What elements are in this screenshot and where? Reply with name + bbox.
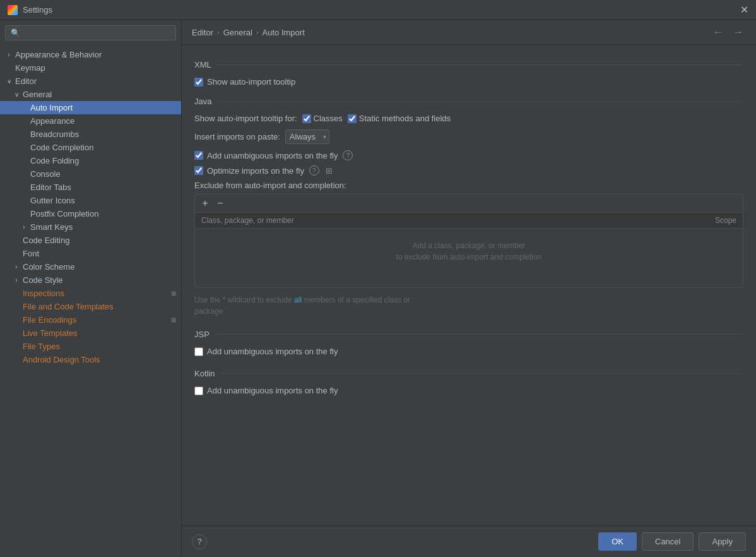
sidebar-item-file-types[interactable]: File Types — [0, 340, 181, 353]
sidebar-item-label: File Encodings — [23, 315, 171, 325]
sidebar-item-label: Smart Keys — [30, 222, 176, 232]
breadcrumb-editor[interactable]: Editor — [192, 28, 213, 37]
kotlin-section-header: Kotlin — [194, 369, 743, 378]
breadcrumb-bar: Editor › General › Auto Import ← → — [182, 20, 756, 45]
table-toolbar: + − — [194, 194, 743, 212]
sidebar-item-appearance[interactable]: Appearance — [0, 114, 181, 128]
xml-show-tooltip-label[interactable]: Show auto-import tooltip — [194, 77, 295, 87]
sidebar-item-code-folding[interactable]: Code Folding — [0, 154, 181, 167]
table-empty-line1: Add a class, package, or member — [413, 241, 526, 250]
java-classes-label[interactable]: Classes — [302, 114, 343, 123]
search-input[interactable] — [5, 25, 176, 40]
java-section-title: Java — [194, 97, 211, 106]
xml-section-header: XML — [194, 60, 743, 69]
add-unambiguous-label[interactable]: Add unambiguous imports on the fly — [194, 151, 338, 160]
optimize-imports-settings-icon[interactable]: ⊞ — [324, 165, 334, 176]
sidebar-item-gutter-icons[interactable]: Gutter Icons — [0, 194, 181, 207]
sidebar-item-label: General — [23, 90, 176, 99]
insert-imports-dropdown[interactable]: Always Ask Never — [285, 129, 329, 144]
sidebar-item-file-encodings[interactable]: File Encodings ⊞ — [0, 313, 181, 326]
cancel-button[interactable]: Cancel — [642, 532, 694, 551]
sidebar-item-label: Appearance — [30, 116, 176, 126]
sidebar-item-file-code-templates[interactable]: File and Code Templates — [0, 300, 181, 313]
table-add-button[interactable]: + — [199, 197, 211, 210]
optimize-imports-checkbox[interactable] — [194, 166, 203, 175]
sidebar-item-editor-tabs[interactable]: Editor Tabs — [0, 181, 181, 194]
sidebar-item-code-editing[interactable]: Code Editing — [0, 234, 181, 247]
insert-imports-label: Insert imports on paste: — [194, 132, 280, 141]
nav-back-button[interactable]: ← — [711, 25, 726, 39]
java-static-label[interactable]: Static methods and fields — [348, 114, 451, 123]
xml-section-title: XML — [194, 60, 211, 69]
optimize-imports-help-icon[interactable]: ? — [309, 165, 319, 176]
help-button[interactable]: ? — [192, 534, 207, 549]
sidebar-item-console[interactable]: Console — [0, 167, 181, 181]
nav-forward-button[interactable]: → — [731, 25, 746, 39]
sidebar-item-code-completion[interactable]: Code Completion — [0, 141, 181, 154]
apply-button[interactable]: Apply — [699, 532, 746, 551]
sidebar-item-code-style[interactable]: › Code Style — [0, 273, 181, 287]
hint-text: Use the * wildcard to exclude all member… — [194, 294, 743, 317]
table-col-class: Class, package, or member — [195, 213, 680, 228]
sidebar-item-general[interactable]: ∨ General — [0, 88, 181, 101]
sidebar-item-smart-keys[interactable]: › Smart Keys — [0, 220, 181, 234]
sidebar-item-color-scheme[interactable]: › Color Scheme — [0, 260, 181, 273]
breadcrumb-auto-import[interactable]: Auto Import — [263, 28, 305, 37]
breadcrumb-general[interactable]: General — [223, 28, 252, 37]
xml-show-tooltip-row: Show auto-import tooltip — [194, 77, 743, 87]
sidebar-item-label: Console — [30, 169, 176, 179]
optimize-imports-label[interactable]: Optimize imports on the fly — [194, 166, 304, 176]
sidebar-item-inspections[interactable]: Inspections ⊞ — [0, 287, 181, 300]
jsp-add-unambiguous-label[interactable]: Add unambiguous imports on the fly — [194, 347, 338, 356]
sidebar-item-label: Android Design Tools — [23, 355, 176, 364]
java-classes-checkbox[interactable] — [302, 114, 311, 123]
sidebar-item-auto-import[interactable]: Auto Import — [0, 101, 181, 114]
section-divider — [215, 334, 743, 335]
xml-show-tooltip-checkbox[interactable] — [194, 78, 203, 87]
kotlin-add-unambiguous-row: Add unambiguous imports on the fly — [194, 386, 743, 395]
sidebar-item-label: Postfix Completion — [30, 209, 176, 219]
table-empty-line2: to exclude from auto-import and completi… — [396, 253, 542, 261]
bottom-bar: ? OK Cancel Apply — [182, 525, 756, 557]
expand-arrow: ∨ — [13, 91, 20, 99]
exclude-table: Class, package, or member Scope Add a cl… — [194, 212, 743, 288]
kotlin-add-unambiguous-checkbox[interactable] — [194, 386, 203, 395]
expand-arrow — [20, 157, 28, 165]
kotlin-add-unambiguous-label[interactable]: Add unambiguous imports on the fly — [194, 386, 338, 395]
sidebar-item-font[interactable]: Font — [0, 247, 181, 260]
jsp-add-unambiguous-checkbox[interactable] — [194, 347, 203, 356]
expand-arrow — [20, 184, 28, 191]
sidebar-item-appearance-behavior[interactable]: › Appearance & Behavior — [0, 48, 181, 61]
expand-arrow: › — [5, 51, 13, 59]
main-layout: › Appearance & Behavior Keymap ∨ Editor … — [0, 20, 756, 557]
close-button[interactable]: ✕ — [740, 4, 748, 16]
sidebar-item-live-templates[interactable]: Live Templates — [0, 326, 181, 340]
sidebar-item-label: Breadcrumbs — [30, 129, 176, 139]
breadcrumb-sep2: › — [256, 28, 259, 36]
expand-arrow — [13, 303, 20, 311]
sidebar-item-android-design-tools[interactable]: Android Design Tools — [0, 353, 181, 366]
settings-content: XML Show auto-import tooltip Java Show a… — [182, 45, 756, 525]
sidebar-item-label: Appearance & Behavior — [15, 50, 176, 59]
sidebar-item-label: Editor Tabs — [30, 183, 176, 192]
exclude-label: Exclude from auto-import and completion: — [194, 181, 743, 190]
sidebar: › Appearance & Behavior Keymap ∨ Editor … — [0, 20, 182, 557]
table-col-scope: Scope — [680, 213, 743, 228]
expand-arrow — [20, 210, 28, 218]
sidebar-item-keymap[interactable]: Keymap — [0, 61, 181, 75]
java-static-checkbox[interactable] — [348, 114, 357, 123]
app-icon — [8, 5, 18, 15]
table-remove-button[interactable]: − — [214, 197, 227, 210]
sidebar-item-label: Auto Import — [30, 103, 176, 112]
sidebar-item-label: Inspections — [23, 289, 171, 298]
sidebar-item-breadcrumbs[interactable]: Breadcrumbs — [0, 128, 181, 141]
expand-arrow — [20, 197, 28, 205]
table-empty-message: Add a class, package, or member to exclu… — [195, 229, 743, 274]
add-unambiguous-checkbox[interactable] — [194, 151, 203, 160]
sidebar-item-postfix-completion[interactable]: Postfix Completion — [0, 207, 181, 220]
sidebar-item-editor[interactable]: ∨ Editor — [0, 75, 181, 88]
expand-arrow — [13, 237, 20, 244]
add-unambiguous-help-icon[interactable]: ? — [343, 150, 353, 160]
ok-button[interactable]: OK — [598, 532, 637, 551]
sidebar-item-label: File Types — [23, 342, 176, 351]
